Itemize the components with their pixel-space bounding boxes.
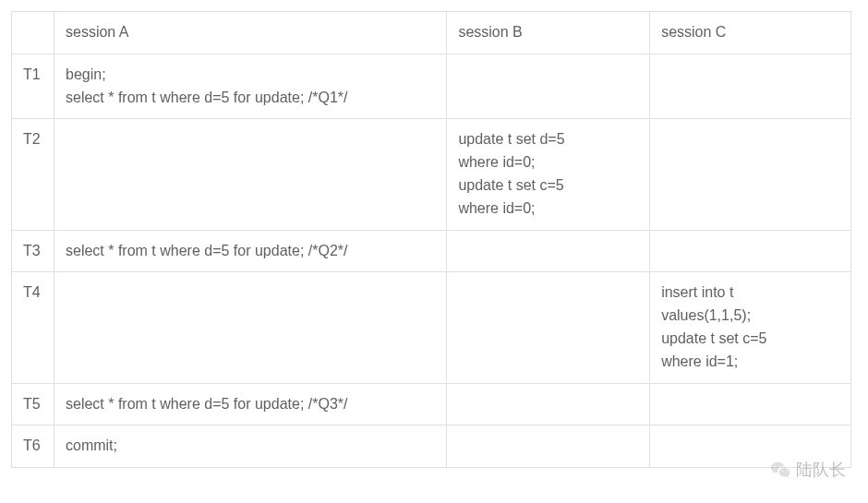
table-header-row: session A session B session C [12,12,851,54]
sql-line: insert into t [661,281,839,305]
header-time [12,12,54,54]
session-c-cell: insert into tvalues(1,1,5);update t set … [650,272,851,383]
sql-line: values(1,1,5); [661,305,839,328]
table-row: T3select * from t where d=5 for update; … [12,230,851,272]
session-a-cell: commit; [54,425,446,468]
sql-line: select * from t where d=5 for update; /*… [66,393,435,416]
time-cell: T4 [12,272,54,383]
sql-line: begin; [66,64,435,87]
session-b-cell [447,230,650,272]
header-session-b: session B [447,12,650,54]
sql-line: select * from t where d=5 for update; /*… [66,87,435,110]
sql-line: commit; [66,435,435,458]
sql-line: where id=0; [458,151,638,174]
sql-line: update t set d=5 [458,128,638,151]
sql-line: update t set c=5 [458,174,638,198]
session-b-cell [447,54,650,119]
session-b-cell [447,272,650,383]
table-row: T4insert into tvalues(1,1,5);update t se… [12,272,851,383]
table-row: T2update t set d=5where id=0;update t se… [12,119,851,230]
sql-line: update t set c=5 [661,328,839,351]
time-cell: T6 [12,425,54,468]
session-a-cell: begin;select * from t where d=5 for upda… [54,54,446,119]
session-a-cell [54,119,446,230]
time-cell: T1 [12,54,54,119]
session-c-cell [650,383,851,425]
session-c-cell [650,230,851,272]
session-b-cell [447,425,650,468]
session-c-cell [650,54,851,119]
sql-line: where id=1; [661,351,839,374]
time-cell: T3 [12,230,54,272]
session-a-cell: select * from t where d=5 for update; /*… [54,230,446,272]
table-body: T1begin;select * from t where d=5 for up… [12,54,851,467]
sql-session-table: session A session B session C T1begin;se… [11,11,851,468]
session-a-cell: select * from t where d=5 for update; /*… [54,383,446,425]
sql-line: where id=0; [458,198,638,221]
time-cell: T5 [12,383,54,425]
session-b-cell [447,383,650,425]
table-row: T5select * from t where d=5 for update; … [12,383,851,425]
session-c-cell [650,119,851,230]
time-cell: T2 [12,119,54,230]
table-row: T6commit; [12,425,851,468]
sql-line: select * from t where d=5 for update; /*… [66,240,435,263]
header-session-c: session C [650,12,851,54]
header-session-a: session A [54,12,446,54]
session-c-cell [650,425,851,468]
session-a-cell [54,272,446,383]
session-b-cell: update t set d=5where id=0;update t set … [447,119,650,230]
table-row: T1begin;select * from t where d=5 for up… [12,54,851,119]
